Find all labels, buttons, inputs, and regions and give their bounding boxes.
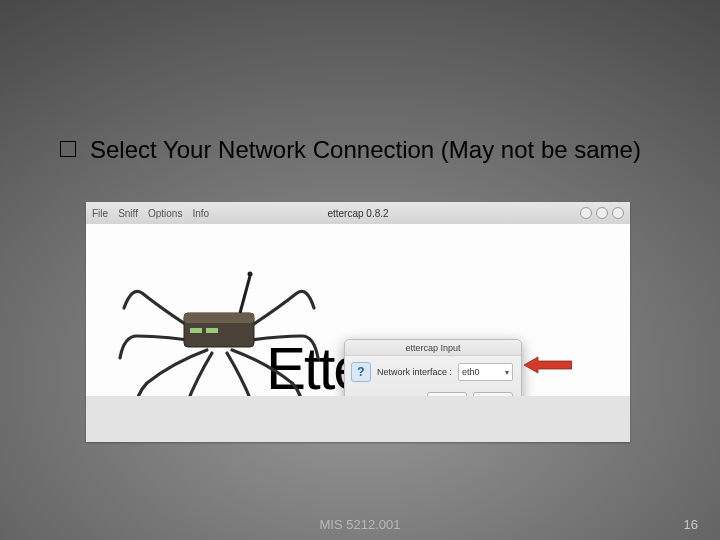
chevron-down-icon: ▾ xyxy=(505,368,509,377)
menu-file[interactable]: File xyxy=(92,208,108,219)
dialog-label: Network interface : xyxy=(377,367,452,377)
footer-page: 16 xyxy=(684,517,698,532)
bullet-marker xyxy=(60,141,76,157)
window-title: ettercap 0.8.2 xyxy=(327,208,388,219)
maximize-icon[interactable] xyxy=(596,207,608,219)
close-icon[interactable] xyxy=(612,207,624,219)
window-titlebar: File Sniff Options Info ettercap 0.8.2 xyxy=(86,202,630,225)
app-canvas: Ettercap xyxy=(86,224,630,442)
bullet-row: Select Your Network Connection (May not … xyxy=(60,135,670,165)
bullet-text: Select Your Network Connection (May not … xyxy=(90,135,641,165)
interface-select[interactable]: eth0 ▾ xyxy=(458,363,513,381)
dialog-body: ? Network interface : eth0 ▾ xyxy=(345,356,521,388)
menu-options[interactable]: Options xyxy=(148,208,182,219)
footer-course: MIS 5212.001 xyxy=(320,517,401,532)
svg-rect-3 xyxy=(206,328,218,333)
slide: Select Your Network Connection (May not … xyxy=(0,0,720,540)
svg-rect-0 xyxy=(184,313,254,347)
svg-rect-2 xyxy=(190,328,202,333)
interface-value: eth0 xyxy=(462,367,480,377)
app-screenshot: File Sniff Options Info ettercap 0.8.2 E… xyxy=(86,202,630,442)
menu-info[interactable]: Info xyxy=(192,208,209,219)
svg-marker-6 xyxy=(524,357,572,373)
svg-rect-1 xyxy=(184,313,254,323)
callout-arrow-icon xyxy=(524,356,572,374)
svg-line-4 xyxy=(240,276,250,313)
window-menu: File Sniff Options Info xyxy=(92,208,209,219)
menu-sniff[interactable]: Sniff xyxy=(118,208,138,219)
dialog-title: ettercap Input xyxy=(345,340,521,356)
window-controls xyxy=(580,207,624,219)
svg-point-5 xyxy=(248,272,253,277)
minimize-icon[interactable] xyxy=(580,207,592,219)
question-icon: ? xyxy=(351,362,371,382)
app-statusbar xyxy=(86,396,630,442)
